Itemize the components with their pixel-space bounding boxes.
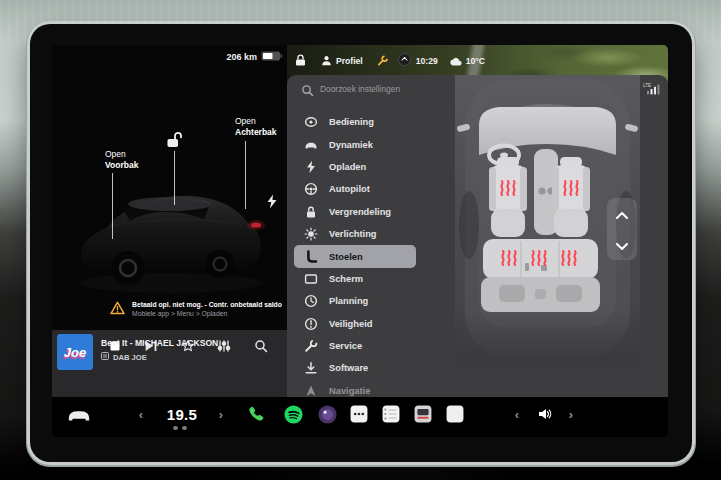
battery-range[interactable]: 206 km bbox=[226, 51, 282, 63]
settings-menu-item-navigatie[interactable]: Navigatie bbox=[294, 380, 416, 397]
station-row[interactable]: DAB JOE bbox=[101, 352, 147, 362]
open-trunk-button[interactable]: Open Achterbak bbox=[235, 116, 277, 138]
steering-icon bbox=[304, 182, 318, 196]
cabin-temperature-value: 19.5 bbox=[167, 406, 197, 423]
radio-list-icon bbox=[101, 352, 109, 362]
seat-heater-indicator-dots bbox=[173, 426, 187, 430]
settings-menu-item-scherm[interactable]: Scherm bbox=[294, 268, 416, 290]
map-status-bar: Profiel 10:29 10°C bbox=[287, 49, 668, 73]
spotify-app-button[interactable] bbox=[280, 397, 306, 431]
tesla-center-screen: 206 km Open Voorbak bbox=[30, 24, 692, 462]
settings-menu-item-label: Software bbox=[329, 363, 368, 373]
search-icon bbox=[301, 83, 314, 101]
seat-map-scroll-control bbox=[607, 198, 637, 260]
battery-range-label: 206 km bbox=[226, 52, 257, 62]
car-image bbox=[66, 163, 274, 303]
settings-menu-item-label: Verlichting bbox=[329, 229, 377, 239]
settings-menu: Bediening Dynamiek Opladen Autopilot Ver… bbox=[294, 111, 444, 397]
settings-menu-item-label: Stoelen bbox=[329, 252, 363, 262]
settings-menu-item-label: Navigatie bbox=[329, 386, 370, 396]
frunk-action-label: Open bbox=[105, 149, 138, 160]
settings-menu-item-planning[interactable]: Planning bbox=[294, 290, 416, 312]
navigation-icon bbox=[304, 384, 318, 397]
settings-menu-item-opladen[interactable]: Opladen bbox=[294, 156, 416, 178]
scroll-down-button[interactable] bbox=[616, 236, 628, 254]
charge-port-icon[interactable] bbox=[266, 194, 278, 213]
app-dock: ‹ 19.5 › ‹ › bbox=[52, 397, 668, 437]
warning-triangle-icon bbox=[110, 301, 125, 319]
settings-menu-item-label: Bediening bbox=[329, 117, 374, 127]
volume-up-button[interactable]: › bbox=[564, 397, 578, 431]
settings-menu-item-label: Autopilot bbox=[329, 184, 370, 194]
service-alert-icon[interactable] bbox=[377, 52, 388, 70]
frunk-target-label: Voorbak bbox=[105, 160, 138, 171]
scroll-up-button[interactable] bbox=[616, 205, 628, 223]
media-player: Joe Beat It - MICHAEL JACKSON DAB JOE bbox=[52, 330, 287, 397]
theater-app-button[interactable] bbox=[410, 397, 436, 431]
lock-callout-line bbox=[174, 151, 175, 205]
trunk-action-label: Open bbox=[235, 116, 277, 127]
settings-panel: Doorzoek instellingen Profiel LTE Bedien… bbox=[287, 75, 668, 397]
clock-icon bbox=[304, 294, 318, 308]
trunk-target-label: Achterbak bbox=[235, 127, 277, 138]
settings-menu-item-label: Service bbox=[329, 341, 362, 351]
car-controls-button[interactable] bbox=[64, 397, 94, 431]
settings-menu-item-verlichting[interactable]: Verlichting bbox=[294, 223, 416, 245]
settings-menu-item-veiligheid[interactable]: Veiligheid bbox=[294, 313, 416, 335]
temperature-down-button[interactable]: ‹ bbox=[134, 397, 148, 431]
car-icon bbox=[304, 138, 318, 152]
settings-menu-item-label: Scherm bbox=[329, 274, 363, 284]
warning-title: Betaald opl. niet mog. - Contr. onbetaal… bbox=[132, 301, 282, 308]
album-art[interactable]: Joe bbox=[57, 334, 93, 370]
speed-camera-icon bbox=[398, 52, 411, 70]
battery-icon bbox=[261, 51, 282, 63]
phone-app-button[interactable] bbox=[242, 397, 268, 431]
temperature-up-button[interactable]: › bbox=[214, 397, 228, 431]
alert-icon bbox=[304, 317, 318, 331]
profile-icon[interactable] bbox=[321, 52, 332, 70]
notes-app-button[interactable] bbox=[378, 397, 404, 431]
settings-menu-item-label: Veiligheid bbox=[329, 319, 372, 329]
trunk-callout-line bbox=[245, 141, 246, 209]
map-time: 10:29 bbox=[416, 56, 438, 66]
brightness-icon bbox=[304, 227, 318, 241]
settings-menu-item-vergrendeling[interactable]: Vergrendeling bbox=[294, 201, 416, 223]
station-logo-text: Joe bbox=[64, 345, 86, 360]
more-apps-button[interactable] bbox=[346, 397, 372, 431]
settings-menu-item-label: Planning bbox=[329, 296, 368, 306]
map-profile-label[interactable]: Profiel bbox=[336, 56, 363, 66]
svg-text:LTE: LTE bbox=[643, 83, 651, 88]
track-title[interactable]: Beat It - MICHAEL JACKSON bbox=[101, 338, 283, 348]
settings-menu-item-dynamiek[interactable]: Dynamiek bbox=[294, 133, 416, 155]
settings-search-input[interactable]: Doorzoek instellingen bbox=[320, 84, 400, 94]
lock-status-icon[interactable] bbox=[295, 52, 306, 70]
browser-app-button[interactable] bbox=[314, 397, 340, 431]
bolt-icon bbox=[304, 160, 318, 174]
blank-app-button[interactable] bbox=[442, 397, 468, 431]
lock-icon bbox=[304, 205, 318, 219]
outside-temperature: 10°C bbox=[466, 56, 485, 66]
car-status-panel: 206 km Open Voorbak bbox=[52, 45, 287, 330]
unlock-icon[interactable] bbox=[166, 131, 183, 152]
settings-menu-item-label: Vergrendeling bbox=[329, 207, 391, 217]
settings-menu-item-label: Opladen bbox=[329, 162, 366, 172]
warning-path: Mobiele app > Menu > Opladen bbox=[132, 310, 282, 317]
settings-menu-item-label: Dynamiek bbox=[329, 140, 373, 150]
wrench-icon bbox=[304, 339, 318, 353]
weather-cloud-icon bbox=[449, 52, 462, 70]
settings-menu-item-software[interactable]: Software bbox=[294, 357, 416, 379]
display-icon bbox=[304, 272, 318, 286]
settings-menu-item-stoelen[interactable]: Stoelen bbox=[294, 245, 416, 267]
frunk-callout-line bbox=[112, 173, 113, 239]
volume-speaker-button[interactable] bbox=[532, 397, 558, 431]
controls-icon bbox=[304, 115, 318, 129]
settings-menu-item-service[interactable]: Service bbox=[294, 335, 416, 357]
open-frunk-button[interactable]: Open Voorbak bbox=[105, 149, 138, 171]
touchscreen-display: 206 km Open Voorbak bbox=[52, 45, 668, 437]
settings-menu-item-bediening[interactable]: Bediening bbox=[294, 111, 416, 133]
volume-down-button[interactable]: ‹ bbox=[510, 397, 524, 431]
settings-menu-item-autopilot[interactable]: Autopilot bbox=[294, 178, 416, 200]
charging-warning-banner[interactable]: Betaald opl. niet mog. - Contr. onbetaal… bbox=[110, 301, 285, 319]
lte-signal-icon: LTE bbox=[643, 81, 660, 99]
download-icon bbox=[304, 361, 318, 375]
